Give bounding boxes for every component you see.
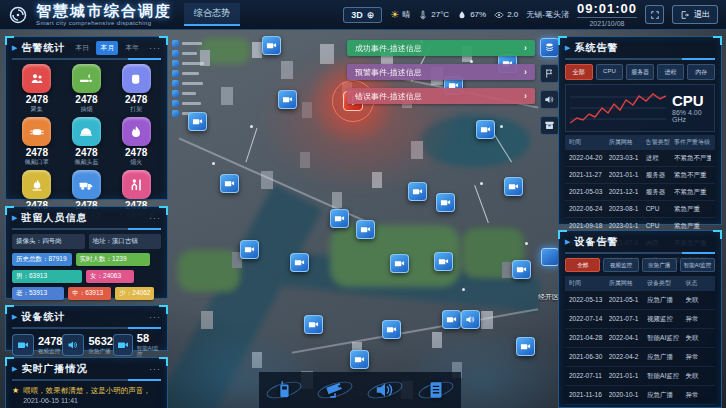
camera-marker[interactable] [290, 253, 309, 272]
toolbar-radio-button[interactable] [267, 375, 301, 405]
camera-marker[interactable] [350, 350, 369, 369]
left-column: ▶ 告警统计 本日本月本年 ··· 2478 聚集 [5, 36, 168, 408]
alarm-label: 佩戴口罩 [25, 159, 49, 165]
view-3d-toggle[interactable]: 3D ⊕ [343, 7, 382, 23]
district-marker[interactable] [541, 248, 559, 266]
rail-alarm-flag-button[interactable] [540, 64, 559, 83]
camera-icon [224, 178, 235, 189]
cell-grid: 2020-10-1 [609, 391, 647, 400]
event-banner[interactable]: 错误事件-描述信息 › [347, 88, 535, 104]
time-value: 09:01:00 [577, 2, 637, 15]
camera-marker[interactable] [330, 209, 349, 228]
cpu-label: CPU [672, 93, 710, 110]
speaker-marker[interactable] [461, 310, 480, 329]
cell-type: 应急广播 [647, 353, 685, 362]
panel-broadcast-status: ▶ 实时广播情况 ··· ★ 喂喂，效果都清楚，这是小明的声音， 2021-06… [5, 357, 168, 408]
toolbar-server-button[interactable] [419, 375, 453, 405]
filter-tab[interactable]: 视频监控 [603, 258, 638, 272]
logout-icon [680, 10, 690, 20]
top-header: 智慧城市综合调度 Smart city comprehensive dispat… [0, 0, 726, 30]
camera-icon [12, 334, 34, 356]
exit-button[interactable]: 退出 [672, 5, 718, 24]
more-icon[interactable]: ··· [149, 364, 161, 374]
camera-marker[interactable] [262, 36, 281, 55]
camera-marker[interactable] [390, 254, 409, 273]
filter-tab[interactable]: CPU [596, 64, 624, 80]
alarm-value: 2478 [26, 95, 48, 105]
camera-marker[interactable] [382, 320, 401, 339]
camera-icon [360, 224, 371, 235]
rail-speaker-button[interactable] [540, 90, 559, 109]
filter-tab[interactable]: 全部 [565, 258, 600, 272]
table-row[interactable]: 2022-05-13 2021-05-1 应急广播 失联 [565, 291, 715, 310]
camera-marker[interactable] [408, 182, 427, 201]
crowd-icon [22, 64, 51, 93]
filter-tab[interactable]: 全部 [565, 64, 593, 80]
alarm-value: 2478 [26, 148, 48, 158]
camera-marker[interactable] [434, 252, 453, 271]
rail-archive-button[interactable] [540, 116, 559, 135]
table-row[interactable]: 2021-05-03 2021-12-1 服务器 不紧急严重 [565, 184, 715, 201]
flag-icon [544, 68, 555, 79]
filter-tab[interactable]: 服务器 [626, 64, 654, 80]
more-icon[interactable]: ··· [149, 43, 161, 53]
camera-marker[interactable] [504, 177, 523, 196]
cell-type: 服务器 [646, 171, 674, 180]
camera-marker[interactable] [240, 240, 259, 259]
camera-marker[interactable] [278, 90, 297, 109]
map-poi-row [172, 50, 204, 57]
camera-marker[interactable] [512, 260, 531, 279]
cell-grid: 2021-05-1 [609, 296, 647, 305]
cell-time: 2022-04-20 [569, 154, 609, 163]
table-row[interactable]: 2022-07-11 2021-01-1 智能AI监控 失联 [565, 367, 715, 386]
camera-icon [354, 354, 365, 365]
event-banner[interactable]: 成功事件-描述信息 › [347, 40, 535, 56]
toolbar-cctv-button[interactable] [318, 375, 352, 405]
humidity: 67% [457, 10, 486, 20]
alarm-stat-crowd: 2478 聚集 [12, 64, 62, 112]
camera-marker[interactable] [442, 310, 461, 329]
filter-tab[interactable]: 进程 [657, 64, 685, 80]
camera-marker[interactable] [476, 120, 495, 139]
period-tab[interactable]: 本年 [121, 41, 143, 55]
rail-layers-button[interactable] [540, 38, 559, 57]
humidity-value: 67% [470, 10, 486, 19]
table-row[interactable]: 2021-06-30 2022-04-2 应急广播 异常 [565, 348, 715, 367]
camera-marker[interactable] [220, 174, 239, 193]
period-tab[interactable]: 本月 [96, 41, 118, 55]
camera-marker-icon [172, 70, 179, 77]
cpu-line-chart [570, 87, 666, 129]
cell-level: 紧急不严重 [674, 171, 711, 180]
fullscreen-button[interactable] [645, 5, 664, 24]
event-banner[interactable]: 预警事件-描述信息 › [347, 64, 535, 80]
stat-emergency-broadcast: 5632 应急广播 [62, 333, 112, 357]
filter-tab[interactable]: 应急广播 [642, 258, 677, 272]
table-row[interactable]: 2022-06-24 2023-08-1 CPU 紧急严重 [565, 201, 715, 218]
camera-marker[interactable] [516, 337, 535, 356]
thermometer-icon [418, 10, 428, 20]
camera-marker[interactable] [188, 112, 207, 131]
table-row[interactable]: 2021-04-28 2022-04-1 智能AI监控 失联 [565, 329, 715, 348]
nav-tab-situation[interactable]: 综合态势 [184, 3, 240, 26]
camera-icon [412, 186, 423, 197]
table-row[interactable]: 2022-04-20 2023-03-1 进程 不紧急不严重 [565, 150, 715, 167]
period-tab[interactable]: 本日 [71, 41, 93, 55]
filter-tab[interactable]: 智能AI监控 [680, 258, 715, 272]
map-poi-row [172, 80, 204, 87]
map-node-dot [212, 162, 215, 165]
camera-marker[interactable] [436, 193, 455, 212]
toolbar-broadcast-button[interactable] [368, 375, 402, 405]
table-row[interactable]: 2021-11-16 2020-10-1 应急广播 异常 [565, 386, 715, 405]
more-icon[interactable]: ··· [149, 213, 161, 223]
table-row[interactable]: 2022-07-14 2021-07-1 视频监控 异常 [565, 310, 715, 329]
panel-underline [565, 58, 715, 60]
more-icon[interactable]: ··· [149, 312, 161, 322]
panel-underline [565, 252, 715, 254]
camera-marker[interactable] [356, 220, 375, 239]
clock: 09:01:00 2021/10/08 [577, 2, 637, 27]
map-node-dot [250, 125, 253, 128]
camera-marker[interactable] [304, 315, 323, 334]
table-row[interactable]: 2021-11-27 2021-01-1 服务器 紧急不严重 [565, 167, 715, 184]
panel-system-alarms: ▶ 系统告警 全部CPU服务器进程内存 CPU 86% 4.00 GHz 时间所… [558, 36, 722, 225]
filter-tab[interactable]: 内存 [687, 64, 715, 80]
